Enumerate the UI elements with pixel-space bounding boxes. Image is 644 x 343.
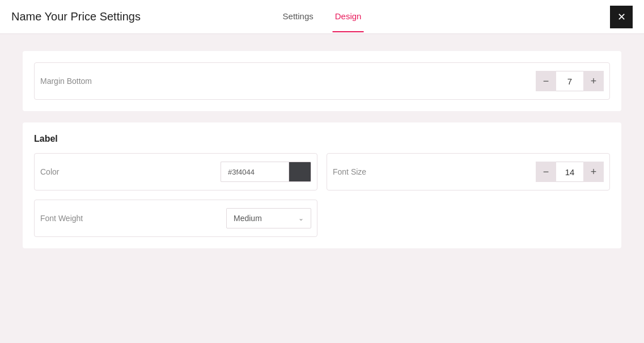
label-section-title: Label	[34, 134, 610, 144]
tab-group: Settings Design	[281, 1, 364, 32]
tab-design[interactable]: Design	[333, 1, 364, 32]
font-weight-container: Font Weight Medium ⌄	[34, 200, 317, 237]
margin-bottom-value: 7	[556, 71, 583, 91]
color-swatch[interactable]	[289, 162, 311, 182]
close-button[interactable]: ✕	[610, 6, 633, 28]
margin-bottom-increment[interactable]: +	[583, 71, 604, 91]
color-label: Color	[40, 167, 221, 176]
chevron-down-icon: ⌄	[298, 214, 304, 222]
font-size-label: Font Size	[333, 167, 536, 176]
content-area: Margin Bottom − 7 + Label Color Font Siz…	[0, 34, 644, 343]
font-weight-row: Font Weight Medium ⌄	[34, 200, 317, 237]
margin-bottom-stepper: − 7 +	[536, 71, 604, 91]
margin-bottom-decrement[interactable]: −	[536, 71, 556, 91]
tab-settings[interactable]: Settings	[281, 1, 316, 32]
margin-bottom-row: Margin Bottom − 7 +	[34, 62, 610, 100]
font-weight-dropdown[interactable]: Medium ⌄	[226, 208, 311, 228]
color-row: Color	[34, 153, 317, 190]
font-size-value: 14	[556, 162, 583, 182]
font-size-row: Font Size − 14 +	[327, 153, 610, 190]
label-card: Label Color Font Size − 14 +	[23, 122, 621, 248]
margin-bottom-label: Margin Bottom	[40, 77, 536, 86]
font-weight-value: Medium	[234, 214, 262, 223]
font-size-stepper: − 14 +	[536, 162, 604, 182]
font-weight-label: Font Weight	[40, 214, 226, 223]
header: Name Your Price Settings Settings Design…	[0, 0, 644, 34]
font-size-decrement[interactable]: −	[536, 162, 556, 182]
color-input-group	[221, 162, 311, 182]
label-fields-grid: Color Font Size − 14 +	[34, 153, 610, 190]
color-hex-input[interactable]	[221, 162, 289, 182]
font-size-increment[interactable]: +	[583, 162, 604, 182]
margin-bottom-card: Margin Bottom − 7 +	[23, 51, 621, 111]
